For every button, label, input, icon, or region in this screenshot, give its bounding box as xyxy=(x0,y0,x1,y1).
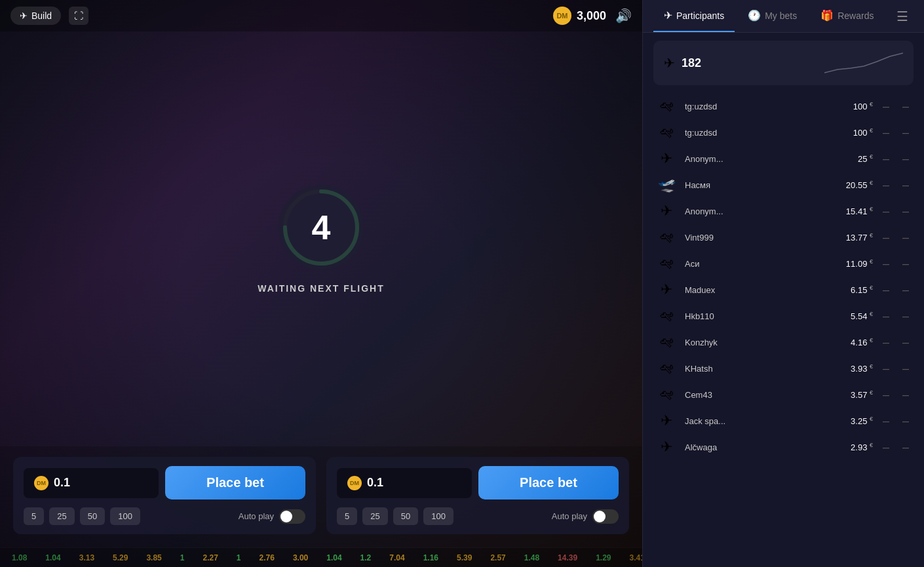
participant-name: Alčwaga xyxy=(685,442,820,452)
countdown-wrapper: 4 xyxy=(279,185,364,270)
participant-row[interactable]: 🛩 tg:uzdsd 100 € – – xyxy=(648,119,919,146)
bet-row-2: DM 0.1 Place bet xyxy=(337,466,619,499)
quick-bet-50-1[interactable]: 50 xyxy=(80,507,105,525)
participant-name: tg:uzdsd xyxy=(685,102,820,111)
bet-panel-2: DM 0.1 Place bet 5 25 50 100 Auto play xyxy=(326,457,629,534)
ticker-bar: 1.081.043.135.293.8512.2712.763.001.041.… xyxy=(0,547,642,567)
ticker-item: 2.76 xyxy=(256,552,279,564)
participant-name: Anonym... xyxy=(685,206,820,216)
participant-dash: – xyxy=(879,388,893,402)
participants-tab-icon: ✈ xyxy=(664,9,672,22)
my-bets-tab-label: My bets xyxy=(765,10,797,21)
participant-dash: – xyxy=(879,440,893,454)
quick-bet-50-2[interactable]: 50 xyxy=(393,507,418,525)
quick-bet-25-2[interactable]: 25 xyxy=(362,507,387,525)
participant-dash2: – xyxy=(899,336,912,349)
place-bet-button-2[interactable]: Place bet xyxy=(478,466,619,499)
participant-row[interactable]: 🛩 Cem43 3.57 € – – xyxy=(648,381,919,408)
participant-row[interactable]: 🛩 Hkb110 5.54 € – – xyxy=(648,303,919,329)
bet-panel-1: DM 0.1 Place bet 5 25 50 100 Auto play xyxy=(13,457,316,534)
ticker-item: 3.85 xyxy=(142,552,165,564)
participant-amount: 3.25 € xyxy=(827,416,873,426)
stats-plane-icon: ✈ xyxy=(664,55,675,71)
participant-dash2: – xyxy=(899,414,912,428)
participant-amount: 25 € xyxy=(827,153,873,164)
tab-rewards[interactable]: 🎁 Rewards xyxy=(810,0,884,32)
participant-row[interactable]: 🛩 tg:uzdsd 100 € – – xyxy=(648,93,919,119)
participant-plane: 🛩 xyxy=(655,256,678,271)
bet-amount-value-2: 0.1 xyxy=(367,476,383,490)
auto-play-toggle-1[interactable] xyxy=(279,509,305,524)
volume-button[interactable]: 🔊 xyxy=(615,8,632,24)
participant-dash2: – xyxy=(899,283,912,297)
participant-row[interactable]: 🛩 Vint999 13.77 € – – xyxy=(648,224,919,250)
participant-dash: – xyxy=(879,336,893,349)
ticker-item: 5.39 xyxy=(453,552,476,564)
ticker-item: 3.41 xyxy=(625,552,642,564)
controls-panel: DM 0.1 Place bet 5 25 50 100 Auto play xyxy=(0,446,642,547)
participant-plane: 🛩 xyxy=(655,308,678,324)
ticker-item: 1.04 xyxy=(41,552,64,564)
participant-dash: – xyxy=(879,257,893,271)
ticker-item: 3.00 xyxy=(289,552,312,564)
participant-row[interactable]: ✈ Anonym... 25 € – – xyxy=(648,146,919,172)
expand-icon: ⛶ xyxy=(74,10,83,21)
stats-count: 182 xyxy=(682,56,701,70)
build-label: Build xyxy=(31,10,52,21)
flight-center: 4 WAITING NEXT FLIGHT xyxy=(0,31,642,446)
build-button[interactable]: ✈ Build xyxy=(10,7,61,25)
participant-dash2: – xyxy=(899,178,912,192)
participant-name: Konzhyk xyxy=(685,338,820,347)
sidebar-tabs: ✈ Participants 🕐 My bets 🎁 Rewards ☰ xyxy=(643,0,924,33)
expand-button[interactable]: ⛶ xyxy=(69,7,88,25)
ticker-item: 1 xyxy=(233,552,245,564)
auto-play-toggle-2[interactable] xyxy=(592,509,619,524)
volume-icon: 🔊 xyxy=(615,9,632,23)
participant-row[interactable]: 🛩 KHatsh 3.93 € – – xyxy=(648,355,919,381)
participant-row[interactable]: 🛩 Konzhyk 4.16 € – – xyxy=(648,329,919,355)
ticker-item: 1.04 xyxy=(322,552,345,564)
game-area: ✈ Build ⛶ DM 3,000 🔊 xyxy=(0,0,642,567)
waiting-text: WAITING NEXT FLIGHT xyxy=(258,283,385,294)
ticker-item: 2.27 xyxy=(199,552,221,564)
participant-dash2: – xyxy=(899,309,912,323)
rewards-tab-icon: 🎁 xyxy=(820,9,834,22)
quick-bets-1: 5 25 50 100 Auto play xyxy=(24,507,305,525)
participant-row[interactable]: 🛫 Насмя 20.55 € – – xyxy=(648,172,919,198)
ticker-item: 1 xyxy=(176,552,189,564)
participant-row[interactable]: ✈ Alčwaga 2.93 € – – xyxy=(648,434,919,460)
participant-dash: – xyxy=(879,362,893,376)
participant-dash2: – xyxy=(899,231,912,244)
tab-my-bets[interactable]: 🕐 My bets xyxy=(737,0,807,32)
participant-dash: – xyxy=(879,152,893,166)
header-right: DM 3,000 🔊 xyxy=(553,7,632,25)
quick-bet-25-1[interactable]: 25 xyxy=(49,507,74,525)
participant-row[interactable]: ✈ Maduex 6.15 € – – xyxy=(648,277,919,303)
sidebar: ✈ Participants 🕐 My bets 🎁 Rewards ☰ ✈ 1… xyxy=(642,0,924,567)
quick-bet-5-2[interactable]: 5 xyxy=(337,507,357,525)
participant-plane: 🛩 xyxy=(655,361,678,376)
quick-bet-100-1[interactable]: 100 xyxy=(110,507,140,525)
participant-amount: 5.54 € xyxy=(827,311,873,321)
header: ✈ Build ⛶ DM 3,000 🔊 xyxy=(0,0,642,31)
bet-coin-1: DM xyxy=(34,476,48,490)
quick-bet-5-1[interactable]: 5 xyxy=(24,507,44,525)
participant-dash2: – xyxy=(899,100,912,113)
participant-dash2: – xyxy=(899,205,912,218)
participant-row[interactable]: ✈ Anonym... 15.41 € – – xyxy=(648,198,919,224)
tab-participants[interactable]: ✈ Participants xyxy=(653,0,735,32)
participant-row[interactable]: ✈ Jack spa... 3.25 € – – xyxy=(648,408,919,434)
rewards-tab-label: Rewards xyxy=(837,10,874,21)
plane-icon: ✈ xyxy=(20,10,28,21)
quick-bet-100-2[interactable]: 100 xyxy=(423,507,453,525)
ticker-item: 1.48 xyxy=(520,552,543,564)
sidebar-menu-button[interactable]: ☰ xyxy=(891,3,914,29)
participant-name: Hkb110 xyxy=(685,311,820,321)
stats-chart xyxy=(824,50,903,76)
participant-plane: ✈ xyxy=(655,203,678,219)
bet-amount-display-1: DM 0.1 xyxy=(24,468,159,498)
place-bet-button-1[interactable]: Place bet xyxy=(165,466,305,499)
participant-name: Anonym... xyxy=(685,154,820,164)
participant-row[interactable]: 🛩 Аси 11.09 € – – xyxy=(648,250,919,277)
participant-plane: ✈ xyxy=(655,282,678,298)
